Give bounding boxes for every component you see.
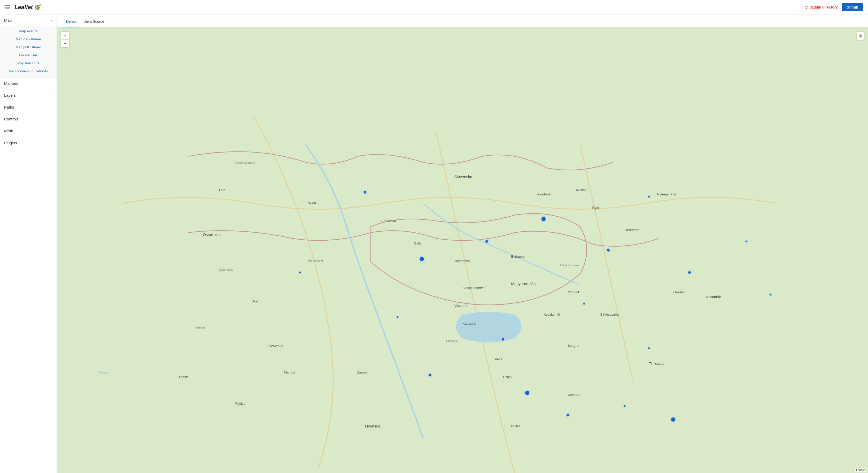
sidebar-item-locate-user[interactable]: Locate user [0,51,57,59]
map-attribution: Leaflet [855,468,866,472]
sidebar-section-map: Map ∨ Map events Map dark theme Map poll… [0,14,57,78]
map-label-kaposvar: Kaposvár [462,322,476,325]
map-label-kecskemet: Kecskemét [544,313,560,316]
chevron-right-icon: › [52,141,53,145]
sidebar-group-markers[interactable]: Markers › [0,78,57,89]
map-marker [623,405,626,407]
map-label-venetia: Venezia [97,371,110,374]
map-marker [606,248,611,252]
map-marker [687,270,691,274]
tab-java-source[interactable]: Java Source [80,16,108,27]
map-label-szolnok: Szolnok [568,290,580,294]
sidebar-group-markers-label: Markers [4,81,18,86]
map-marker [648,347,650,350]
map-label-nyiregyhaza: Nyíregyháza [657,192,676,196]
zoom-controls: + − [61,32,69,48]
map-label-oradea: Oradea [673,290,684,294]
tab-demo[interactable]: Demo [62,16,80,27]
map-label-magyarorszag: Magyarország [511,282,535,286]
map-label-miskolc: Miskolc [576,188,587,192]
header-right: ▽ Vaddin directory Github [805,3,863,11]
map-marker [671,417,676,422]
map-marker [524,390,530,396]
chevron-right-icon: › [52,117,53,121]
map-label-salgotarjan: Salgótarján [535,192,553,196]
sidebar-item-map-dark-theme[interactable]: Map dark theme [0,35,57,43]
sidebar-section-map-label: Map [4,18,11,23]
map-label-pecs: Pécs [495,357,502,361]
vaddin-directory-label: Vaddin directory [809,5,838,9]
map-marker [485,239,489,243]
logo-text: Leaflet [14,4,33,10]
sidebar-group-controls[interactable]: Controls › [0,113,57,125]
map-svg-overlay [57,27,868,473]
sidebar-group-mixin[interactable]: Mixin › [0,125,57,137]
zoom-out-button[interactable]: − [61,39,69,47]
zoom-in-button[interactable]: + [61,32,69,39]
map-container[interactable]: Osterreich Magyarország Slovensko Sloven… [57,27,868,473]
map-label-timisoara: Timișoara [649,362,664,365]
sidebar-group-layers[interactable]: Layers › [0,89,57,101]
map-label-szeged: Szeged [568,344,579,348]
map-label-rijeka: Rijeka [235,402,245,406]
app-header: Leaflet 🌿 ▽ Vaddin directory Github [0,0,868,14]
sidebar-group-mixin-label: Mixin [4,129,13,133]
map-label-osterreich: Osterreich [203,232,221,237]
sidebar-item-map-functions[interactable]: Map functions [0,59,57,67]
map-marker [566,413,570,417]
map-label-veszprem: Veszprém [455,304,469,307]
layer-control-button[interactable]: ⊞ [857,32,864,40]
vaddin-icon: ▽ [805,5,808,9]
sidebar-item-map-poll-listener[interactable]: Map poll listener [0,43,57,51]
map-label-niederosterreich: Niederösterreich [235,161,256,164]
map-label-kaernten: Kärnten [195,326,205,329]
map-label-stmk: Steiermark [219,268,233,271]
map-label-alfold: Alföld és Észak [560,264,579,267]
map-marker [396,316,399,319]
sidebar-section-map-header[interactable]: Map ∨ [0,14,57,26]
map-label-gyor: Győr [414,241,421,245]
map-label-slovensko: Slovensko [455,175,472,179]
sidebar-group-paths-label: Paths [4,105,14,109]
vaddin-directory-link[interactable]: ▽ Vaddin directory [805,5,838,9]
map-marker [769,293,772,296]
map-marker [299,271,302,274]
chevron-down-icon: ∨ [50,19,53,22]
layers-icon: ⊞ [859,34,862,38]
logo-leaf-icon: 🌿 [34,4,40,10]
map-label-debrecen: Debrecen [625,228,639,232]
sidebar: Map ∨ Map events Map dark theme Map poll… [0,14,57,473]
sidebar-group-layers-label: Layers [4,93,16,97]
map-label-budapest: Budapest [511,255,525,259]
map-label-linz: Linz [219,188,225,192]
chevron-right-icon: › [52,82,53,85]
map-label-maribor: Maribor [284,371,295,374]
map-label-trieste: Trieste [179,375,189,379]
map-label-romania: România [706,295,721,299]
map-label-zagreb: Zagreb [357,371,368,374]
map-marker [648,196,650,198]
map-marker [419,256,425,262]
sidebar-group-controls-label: Controls [4,117,19,121]
map-label-novi-sad: Novi Sad [568,393,582,397]
map-marker [541,216,547,222]
hamburger-menu-button[interactable] [5,5,10,9]
map-marker [428,373,432,377]
map-label-szekesfehervar: Székesfehérvár [462,286,486,290]
main-content: Demo Java Source [57,14,868,473]
chevron-right-icon: › [52,106,53,109]
sidebar-item-map-conversion-methods[interactable]: Map conversion methods [0,67,57,75]
github-button[interactable]: Github [842,3,863,11]
map-label-brcko: Brčko [511,424,520,428]
leaflet-attribution-label: Leaflet [856,468,865,471]
sidebar-group-paths[interactable]: Paths › [0,101,57,113]
sidebar-item-map-events[interactable]: Map events [0,27,57,35]
map-label-bekescaba: Békéscsaba [600,313,619,316]
map-label-tatabanya: Tatabánya [455,259,470,263]
chevron-right-icon: › [52,94,53,97]
map-marker [363,190,367,195]
app-body: Map ∨ Map events Map dark theme Map poll… [0,14,868,473]
map-marker [745,240,748,243]
sidebar-group-plugins[interactable]: Plugins › [0,137,57,149]
map-label-dunantul: Dunántúl [446,339,458,343]
